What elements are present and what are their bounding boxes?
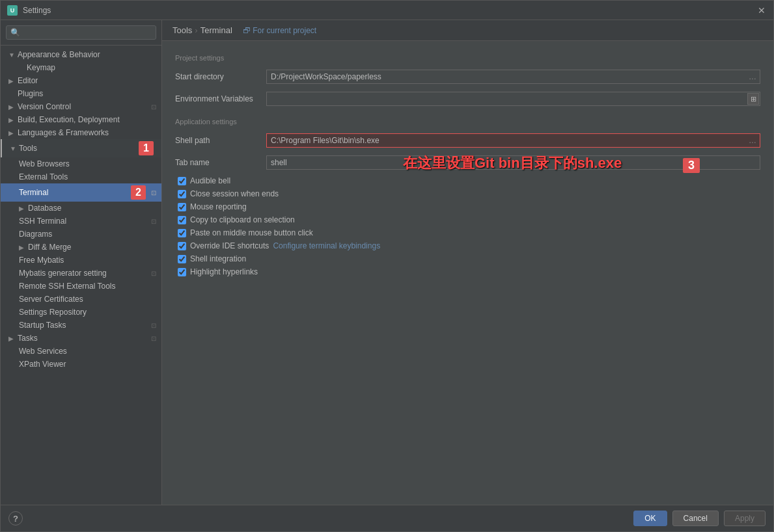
mouse-reporting-checkbox[interactable]	[178, 203, 186, 211]
shell-path-label: Shell path	[175, 136, 266, 145]
app-icon: U	[7, 5, 18, 16]
arrow-icon: ▼	[8, 51, 18, 59]
sidebar-item-label: Web Services	[19, 347, 156, 356]
sidebar-item-appearance-behavior[interactable]: ▼ Appearance & Behavior	[1, 48, 161, 61]
close-session-checkbox[interactable]	[178, 190, 186, 198]
titlebar: U Settings ✕	[1, 1, 773, 20]
sidebar-item-label: SSH Terminal	[19, 217, 148, 226]
arrow-icon: ▶	[19, 205, 28, 212]
shell-path-control: …	[266, 133, 760, 148]
sidebar-item-plugins[interactable]: Plugins	[1, 87, 161, 100]
search-input[interactable]	[6, 25, 156, 40]
sidebar-item-label: Remote SSH External Tools	[19, 282, 156, 291]
start-directory-row: Start directory …	[175, 68, 760, 85]
sidebar-item-label: Startup Tasks	[19, 321, 148, 330]
sidebar-item-mybatis-generator[interactable]: Mybatis generator setting ⊡	[1, 267, 161, 280]
sync-icon: ⊡	[151, 270, 156, 277]
audible-bell-label: Audible bell	[190, 176, 230, 185]
sidebar-item-label: Diff & Merge	[28, 243, 156, 252]
sidebar-item-web-services[interactable]: Web Services	[1, 345, 161, 358]
sidebar-item-editor[interactable]: ▶ Editor	[1, 74, 161, 87]
cancel-button[interactable]: Cancel	[672, 511, 719, 526]
shell-path-input[interactable]	[266, 133, 760, 148]
shell-path-row: Shell path …	[175, 132, 760, 149]
sidebar-item-label: Free Mybatis	[19, 256, 156, 265]
sidebar-item-diff-merge[interactable]: ▶ Diff & Merge	[1, 241, 161, 254]
sidebar-item-label: Editor	[18, 76, 156, 85]
checkbox-paste-middle-row: Paste on middle mouse button click	[175, 228, 760, 237]
arrow-icon: ▶	[8, 77, 18, 85]
start-directory-label: Start directory	[175, 72, 266, 81]
sidebar-item-label: External Tools	[19, 172, 156, 181]
shell-integration-label: Shell integration	[190, 254, 246, 263]
badge-2: 2	[131, 185, 146, 200]
badge-1: 1	[139, 141, 154, 155]
env-variables-row: Environment Variables ⊞	[175, 90, 760, 107]
settings-window: U Settings ✕ ▼ Appearance & Behavior	[0, 0, 774, 532]
arrow-icon: ▶	[19, 244, 28, 251]
sidebar-item-free-mybatis[interactable]: Free Mybatis	[1, 254, 161, 267]
breadcrumb-root[interactable]: Tools	[173, 25, 192, 35]
sidebar-item-label: Terminal	[19, 188, 127, 197]
sidebar-item-startup-tasks[interactable]: Startup Tasks ⊡	[1, 319, 161, 332]
sidebar-item-server-certificates[interactable]: Server Certificates	[1, 293, 161, 306]
copy-clipboard-checkbox[interactable]	[178, 216, 186, 224]
copy-clipboard-label: Copy to clipboard on selection	[190, 215, 295, 224]
sidebar-item-database[interactable]: ▶ Database	[1, 202, 161, 215]
checkbox-shell-integration-row: Shell integration	[175, 254, 760, 263]
sidebar-item-diagrams[interactable]: Diagrams	[1, 228, 161, 241]
sidebar-item-build[interactable]: ▶ Build, Execution, Deployment	[1, 113, 161, 126]
close-button[interactable]: ✕	[756, 5, 767, 16]
arrow-icon: ▶	[8, 129, 18, 137]
sidebar-item-tools[interactable]: ▼ Tools 1	[1, 139, 161, 157]
sidebar-item-settings-repository[interactable]: Settings Repository	[1, 306, 161, 319]
sidebar-item-web-browsers[interactable]: Web Browsers	[1, 157, 161, 170]
footer-right: OK Cancel Apply	[633, 511, 766, 526]
start-directory-input[interactable]	[266, 70, 760, 84]
checkbox-highlight-hyperlinks-row: Highlight hyperlinks	[175, 267, 760, 276]
shell-integration-checkbox[interactable]	[178, 255, 186, 263]
sync-icon: ⊡	[151, 322, 156, 329]
shell-path-browse-btn[interactable]: …	[746, 135, 759, 146]
sidebar-item-label: Languages & Frameworks	[18, 128, 156, 137]
tab-name-input[interactable]	[266, 155, 760, 170]
sidebar-item-label: Plugins	[18, 89, 156, 98]
sidebar-item-remote-ssh[interactable]: Remote SSH External Tools	[1, 280, 161, 293]
highlight-hyperlinks-label: Highlight hyperlinks	[190, 267, 258, 276]
env-variables-input[interactable]	[266, 92, 760, 106]
override-ide-label: Override IDE shortcuts	[190, 241, 269, 250]
ok-button[interactable]: OK	[633, 511, 667, 526]
env-variables-btn[interactable]: ⊞	[747, 93, 759, 105]
window-title: Settings	[23, 6, 756, 15]
checkbox-mouse-reporting-row: Mouse reporting	[175, 202, 760, 211]
sidebar-item-languages[interactable]: ▶ Languages & Frameworks	[1, 126, 161, 139]
sidebar-item-label: Build, Execution, Deployment	[18, 115, 156, 124]
sidebar-item-external-tools[interactable]: External Tools	[1, 170, 161, 183]
configure-keybindings-link[interactable]: Configure terminal keybindings	[273, 241, 380, 250]
content-scroll: Project settings Start directory … Envir…	[162, 41, 773, 505]
tab-name-control	[266, 155, 760, 170]
project-settings-label: Project settings	[175, 54, 760, 62]
audible-bell-checkbox[interactable]	[178, 177, 186, 185]
sidebar-item-xpath-viewer[interactable]: XPath Viewer	[1, 358, 161, 371]
paste-middle-checkbox[interactable]	[178, 229, 186, 237]
help-button[interactable]: ?	[8, 511, 23, 525]
env-variables-label: Environment Variables	[175, 94, 266, 103]
apply-button[interactable]: Apply	[724, 511, 766, 526]
sidebar-item-keymap[interactable]: Keymap	[1, 61, 161, 74]
arrow-icon: ▼	[10, 145, 19, 152]
checkbox-override-ide-row: Override IDE shortcuts Configure termina…	[175, 241, 760, 250]
tab-name-label: Tab name	[175, 158, 266, 167]
app-settings-section: Application settings Shell path … Tab na…	[175, 118, 760, 276]
sidebar-item-label: Server Certificates	[19, 295, 156, 304]
override-ide-checkbox[interactable]	[178, 242, 186, 250]
sidebar-item-ssh-terminal[interactable]: SSH Terminal ⊡	[1, 215, 161, 228]
sidebar-item-label: Tasks	[18, 334, 148, 343]
highlight-hyperlinks-checkbox[interactable]	[178, 268, 186, 276]
for-current-project-link[interactable]: 🗗 For current project	[243, 26, 316, 35]
mouse-reporting-label: Mouse reporting	[190, 202, 247, 211]
sidebar-item-tasks[interactable]: ▶ Tasks ⊡	[1, 332, 161, 345]
sidebar-item-terminal[interactable]: Terminal 2 ⊡	[1, 183, 161, 202]
sidebar-item-version-control[interactable]: ▶ Version Control ⊡	[1, 100, 161, 113]
start-directory-browse-btn[interactable]: …	[746, 71, 759, 83]
